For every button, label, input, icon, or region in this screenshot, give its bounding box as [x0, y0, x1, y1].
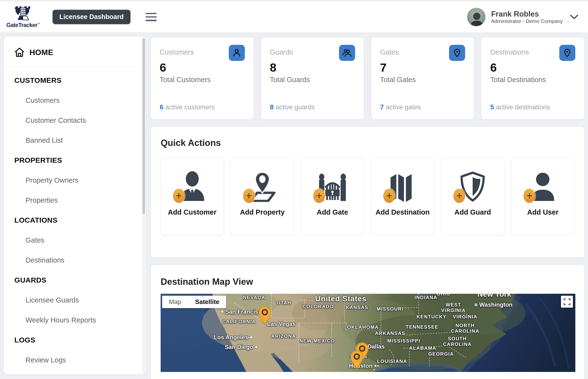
user-menu[interactable]: Frank Robles Administrator - Demo Compan…	[467, 8, 578, 27]
sidebar-item-review-logs[interactable]: Review Logs	[4, 350, 146, 370]
people-icon	[339, 45, 355, 61]
property-pin-icon: +	[247, 170, 278, 202]
castle-logo-icon	[15, 5, 32, 21]
destination-map-card: Destination Map View	[151, 265, 584, 379]
map-state-label-new-mexico: NEW MEXICO	[299, 338, 335, 344]
stat-label: Destinations	[490, 48, 529, 56]
sidebar-item-licensee-guards[interactable]: Licensee Guards	[4, 290, 146, 310]
location-pin-icon	[449, 45, 465, 61]
add-gate-button[interactable]: + Add Gate	[301, 158, 364, 235]
stat-label: Guards	[270, 48, 293, 56]
sidebar-scrollbar-thumb[interactable]	[142, 38, 145, 214]
quick-actions-card: Quick Actions + Add Customer	[151, 127, 584, 257]
user-name: Frank Robles	[491, 10, 563, 18]
sidebar-item-customer-contacts[interactable]: Customer Contacts	[4, 110, 146, 130]
sidebar: HOME CUSTOMERS Customers Customer Contac…	[4, 36, 146, 374]
map-state-label-kansas: KANSAS	[346, 305, 368, 310]
sidebar-item-customers[interactable]: Customers	[4, 90, 146, 110]
home-icon	[14, 47, 25, 58]
stat-card-gates[interactable]: Gates 7 Total Gates 7active gates	[371, 37, 474, 119]
sidebar-item-weekly-hours-reports[interactable]: Weekly Hours Reports	[4, 310, 146, 330]
map-state-label-arkansas: ARKANSAS	[375, 331, 405, 336]
map-city-label-new-york: New York	[478, 294, 511, 299]
map-view-button[interactable]: Map	[162, 296, 188, 308]
satellite-view-button[interactable]: Satellite	[188, 296, 226, 308]
sidebar-section-locations: LOCATIONS	[4, 210, 146, 230]
chevron-down-icon[interactable]	[570, 15, 578, 19]
add-user-button[interactable]: + Add User	[511, 158, 574, 235]
plus-badge-icon: +	[243, 189, 255, 203]
user-role: Administrator - Demo Company	[491, 18, 563, 24]
sidebar-item-destinations[interactable]: Destinations	[4, 250, 146, 270]
sidebar-item-banned-list[interactable]: Banned List	[4, 130, 146, 150]
map-state-label-north-carolina: NORTH CAROLINA	[448, 323, 482, 334]
stat-card-guards[interactable]: Guards 8 Total Guards 8active guards	[261, 37, 364, 119]
gate-icon: +	[317, 170, 348, 202]
map-state-label-arizona: ARIZONA	[271, 333, 296, 339]
location-pin-icon	[559, 45, 575, 61]
sidebar-item-properties[interactable]: Properties	[4, 190, 146, 210]
customer-suit-icon: +	[177, 170, 208, 202]
sidebar-section-logs: LOGS	[4, 330, 146, 350]
stat-active-line: 5active destinations	[490, 103, 575, 111]
add-property-label: Add Property	[240, 208, 285, 216]
map-state-label-tennessee: TENNESSEE	[406, 324, 438, 330]
avatar-silhouette	[467, 10, 486, 27]
destination-marker-houston[interactable]	[350, 350, 363, 369]
hamburger-menu-icon[interactable]	[146, 13, 157, 21]
stat-active-line: 8active guards	[270, 103, 355, 111]
sidebar-section-guards: GUARDS	[4, 270, 146, 290]
app-header: GateTracker™ Licensee Dashboard Frank Ro…	[0, 1, 588, 33]
map-state-label-utah: UTAH	[277, 300, 291, 306]
stat-card-destinations[interactable]: Destinations 6 Total Destinations 5activ…	[482, 37, 584, 119]
stat-label: Customers	[160, 48, 194, 56]
map-state-label-south-carolina: SOUTH CAROLINA	[440, 336, 474, 347]
top-strip	[0, 0, 588, 1]
stat-total-label: Total Destinations	[490, 76, 575, 84]
stat-card-customers[interactable]: Customers 6 Total Customers 6active cust…	[151, 37, 254, 119]
stat-total-label: Total Gates	[380, 76, 465, 84]
map-state-label-west-virginia: WEST VIRGINIA	[439, 302, 468, 313]
destination-marker-las-vegas[interactable]	[258, 306, 271, 325]
sidebar-item-property-owners[interactable]: Property Owners	[4, 170, 146, 190]
city-dot	[250, 336, 252, 338]
map-state-label-ohio: OHIO	[436, 294, 450, 297]
plus-badge-icon: +	[313, 189, 325, 203]
person-icon	[229, 45, 245, 61]
stat-value: 6	[490, 61, 575, 74]
google-map[interactable]: United States NEVADA UTAH COLORADO KANSA…	[161, 294, 575, 372]
add-customer-button[interactable]: + Add Customer	[161, 158, 224, 235]
destination-map-title: Destination Map View	[161, 277, 575, 287]
map-state-label-virginia: VIRGINIA	[453, 314, 478, 320]
map-state-label-alabama: ALABAMA	[409, 345, 436, 351]
add-user-label: Add User	[527, 208, 558, 216]
stat-value: 7	[380, 61, 465, 74]
map-city-label-washington: Washington	[475, 301, 512, 308]
stat-total-label: Total Guards	[270, 76, 355, 84]
add-guard-button[interactable]: + Add Guard	[441, 158, 504, 235]
add-property-button[interactable]: + Add Property	[231, 158, 294, 235]
map-state-label-georgia: GEORGIA	[428, 351, 454, 357]
sidebar-section-customers: CUSTOMERS	[4, 70, 146, 90]
sidebar-item-home[interactable]: HOME	[14, 47, 146, 58]
map-city-label-san-diego: San Diego	[225, 344, 257, 350]
licensee-dashboard-chip[interactable]: Licensee Dashboard	[53, 10, 130, 24]
add-destination-button[interactable]: + Add Destination	[371, 158, 434, 235]
map-country-label: United States	[315, 294, 366, 303]
map-state-label-missouri: MISSOURI	[377, 306, 404, 312]
gatetracker-logo[interactable]: GateTracker™	[9, 5, 37, 29]
stat-total-label: Total Customers	[160, 76, 245, 84]
map-city-label-los-angeles: Los Angeles	[214, 334, 252, 341]
stat-value: 6	[160, 61, 245, 74]
city-dot	[375, 365, 377, 367]
map-state-label-kentucky: KENTUCKY	[416, 314, 446, 320]
shield-icon: +	[457, 170, 488, 202]
trademark: ™	[37, 22, 40, 25]
fullscreen-button[interactable]	[561, 296, 573, 308]
brand-name: GateTracker™	[6, 22, 40, 29]
city-dot	[255, 346, 257, 348]
map-type-control: Map Satellite	[162, 296, 226, 308]
stat-active-line: 6active customers	[160, 103, 245, 111]
sidebar-item-gates[interactable]: Gates	[4, 230, 146, 250]
plus-badge-icon: +	[173, 189, 185, 203]
